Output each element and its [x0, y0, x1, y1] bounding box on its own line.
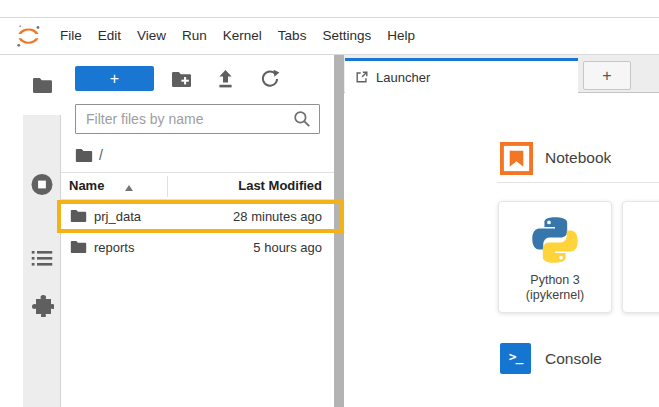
main-tab-bar: Launcher + [344, 55, 659, 93]
upload-button[interactable] [214, 68, 236, 90]
jupyterlab-window: File Edit View Run Kernel Tabs Settings … [0, 0, 659, 407]
column-header-name[interactable]: Name [69, 178, 104, 193]
file-row-reports[interactable]: reports 5 hours ago [61, 233, 334, 261]
menu-kernel[interactable]: Kernel [215, 18, 270, 54]
sidebar-tab-table-of-contents[interactable] [31, 250, 52, 271]
column-header-last-modified[interactable]: Last Modified [238, 178, 322, 193]
console-icon: >_ [509, 349, 523, 364]
menu-file[interactable]: File [52, 18, 90, 54]
column-divider [167, 176, 168, 197]
notebook-section-title: Notebook [545, 149, 611, 167]
console-section-header: >_ [500, 343, 531, 374]
panel-splitter[interactable] [334, 55, 344, 407]
list-icon [31, 250, 52, 267]
tab-launcher[interactable]: Launcher [345, 58, 578, 93]
file-name: reports [94, 240, 134, 255]
left-sidebar [23, 55, 61, 407]
new-tab-button[interactable]: + [583, 61, 631, 90]
menu-settings[interactable]: Settings [314, 18, 379, 54]
menu-run[interactable]: Run [174, 18, 215, 54]
new-folder-icon [171, 71, 192, 88]
menu-view[interactable]: View [129, 18, 174, 54]
menu-edit[interactable]: Edit [90, 18, 129, 54]
new-launcher-button[interactable]: + [75, 66, 154, 91]
tab-label: Launcher [376, 70, 430, 85]
launcher-card-python3[interactable]: Python 3 (ipykernel) [498, 201, 612, 313]
file-row-prj-data[interactable]: prj_data 28 minutes ago [61, 200, 334, 232]
file-modified: 5 hours ago [253, 240, 322, 255]
notebook-icon [500, 142, 533, 175]
launcher-card-partial[interactable] [622, 201, 659, 313]
notebook-section-header [500, 142, 533, 179]
main-area: Launcher + Notebook Python 3 (ipykernel)… [344, 55, 659, 407]
filter-files-input[interactable] [75, 104, 320, 134]
console-section-title: Console [545, 350, 602, 368]
file-modified: 28 minutes ago [233, 209, 322, 224]
sidebar-tab-running[interactable] [30, 173, 53, 200]
kernel-card-title: Python 3 [530, 273, 579, 288]
running-kernels-icon [30, 173, 53, 196]
kernel-card-subtitle: (ipykernel) [526, 288, 584, 303]
launcher-icon [355, 70, 369, 84]
sort-ascending-icon [125, 185, 133, 191]
folder-icon [70, 240, 87, 254]
menu-tabs[interactable]: Tabs [270, 18, 315, 54]
file-name: prj_data [94, 209, 141, 224]
menu-bar: File Edit View Run Kernel Tabs Settings … [0, 17, 659, 55]
breadcrumb[interactable]: / [75, 145, 103, 165]
refresh-button[interactable] [259, 68, 281, 90]
sidebar-tab-file-browser[interactable] [23, 55, 61, 115]
python-logo-icon [529, 214, 581, 266]
refresh-icon [260, 69, 280, 89]
new-folder-button[interactable] [170, 68, 192, 90]
menu-help[interactable]: Help [379, 18, 423, 54]
upload-icon [216, 69, 235, 89]
sidebar-tabs [23, 115, 61, 407]
jupyter-logo-icon [15, 23, 42, 50]
breadcrumb-root: / [99, 147, 103, 163]
file-list-header: Name Last Modified [61, 173, 334, 200]
folder-icon [32, 77, 53, 94]
extensions-puzzle-icon [30, 293, 54, 317]
file-browser-panel: + [61, 55, 334, 407]
sidebar-tab-extensions[interactable] [30, 293, 54, 321]
folder-icon [75, 148, 93, 163]
folder-icon [70, 209, 87, 223]
section-divider [497, 182, 659, 183]
